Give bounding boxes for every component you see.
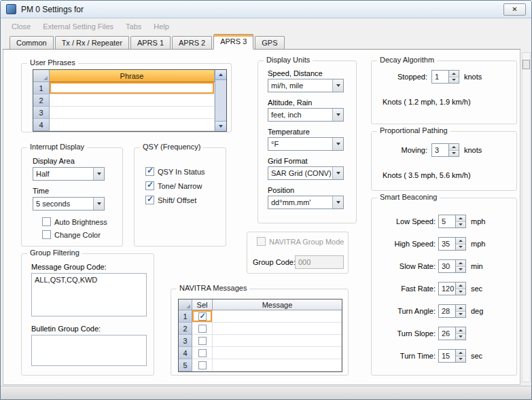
high-speed-spinner[interactable]: 35 (438, 237, 466, 251)
title-bar[interactable]: PM 0 Settings for ✕ (1, 1, 531, 18)
tab-aprs-1[interactable]: APRS 1 (130, 36, 171, 49)
time-select[interactable]: 5 seconds (33, 197, 105, 211)
fast-rate-spinner[interactable]: 120 (438, 282, 466, 295)
checkbox-icon[interactable] (198, 349, 207, 357)
auto-brightness-checkbox[interactable]: Auto Brightness (42, 217, 107, 226)
spinner-up-icon[interactable] (456, 305, 465, 311)
sel-column-header[interactable]: Sel (192, 299, 213, 310)
row-number[interactable]: 4 (33, 119, 50, 131)
spinner-value[interactable]: 28 (438, 304, 456, 318)
spinner-value[interactable]: 35 (438, 237, 456, 251)
message-cell[interactable] (213, 310, 342, 323)
checkbox-icon[interactable] (198, 325, 207, 333)
spinner-value[interactable]: 120 (438, 282, 456, 295)
turn-time-spinner[interactable]: 15 (438, 349, 466, 363)
scroll-track[interactable] (215, 80, 226, 121)
vertical-scrollbar[interactable] (522, 52, 531, 382)
spinner-up-icon[interactable] (456, 238, 465, 244)
qsy-in-status-checkbox[interactable]: QSY In Status (145, 167, 205, 176)
checkbox-icon[interactable] (198, 312, 207, 321)
spinner-value[interactable]: 5 (438, 215, 456, 228)
scroll-up-icon[interactable] (215, 70, 226, 80)
message-cell[interactable] (213, 347, 342, 359)
spinner-value[interactable]: 30 (438, 259, 456, 273)
shift-offset-checkbox[interactable]: Shift/ Offset (145, 196, 196, 204)
sel-checkbox-cell[interactable] (192, 359, 213, 371)
phrase-cell[interactable] (50, 82, 215, 94)
spinner-value[interactable]: 26 (438, 327, 456, 340)
row-number[interactable]: 3 (179, 335, 192, 347)
menu-item-external-setting-files[interactable]: External Setting Files (37, 19, 120, 35)
phrase-cell[interactable] (50, 119, 215, 131)
menu-item-tabs[interactable]: Tabs (120, 19, 147, 35)
message-cell[interactable] (213, 335, 342, 347)
sel-checkbox-cell[interactable] (192, 323, 213, 335)
phrase-cell[interactable] (50, 94, 215, 107)
sel-checkbox-cell[interactable] (192, 310, 213, 323)
bulletin-group-code-input[interactable] (31, 335, 147, 366)
message-column-header[interactable]: Message (213, 299, 342, 310)
temperature-select[interactable]: °F (268, 137, 344, 151)
row-number[interactable]: 1 (33, 82, 50, 94)
row-number[interactable]: 4 (179, 347, 192, 359)
table-select-all-corner[interactable] (179, 299, 192, 310)
display-area-select[interactable]: Half (33, 167, 105, 181)
row-number[interactable]: 1 (179, 310, 192, 323)
spinner-down-icon[interactable] (449, 150, 459, 157)
row-number[interactable]: 3 (33, 107, 50, 119)
checkbox-icon[interactable] (198, 361, 207, 369)
table-scrollbar[interactable] (215, 70, 226, 131)
spinner-down-icon[interactable] (456, 244, 465, 251)
checkbox-icon[interactable] (198, 337, 207, 345)
close-button[interactable]: ✕ (503, 3, 526, 16)
tab-tx-rx-repeater[interactable]: Tx / Rx / Repeater (55, 36, 129, 49)
stopped-spinner[interactable]: 1 (431, 70, 459, 84)
tone-narrow-checkbox[interactable]: Tone/ Narrow (145, 181, 202, 190)
spinner-down-icon[interactable] (449, 77, 459, 84)
spinner-up-icon[interactable] (456, 215, 465, 221)
slow-rate-spinner[interactable]: 30 (438, 259, 466, 273)
row-number[interactable]: 2 (33, 94, 50, 107)
spinner-up-icon[interactable] (456, 283, 465, 289)
spinner-down-icon[interactable] (456, 266, 465, 273)
tab-gps[interactable]: GPS (255, 36, 284, 49)
position-select[interactable]: dd°mm.mm' (268, 196, 344, 209)
moving-spinner[interactable]: 3 (431, 143, 459, 157)
spinner-value[interactable]: 15 (438, 349, 456, 363)
spinner-up-icon[interactable] (456, 327, 465, 333)
phrase-cell[interactable] (50, 107, 215, 119)
spinner-down-icon[interactable] (456, 333, 465, 340)
message-cell[interactable] (213, 359, 342, 371)
menu-item-help[interactable]: Help (147, 19, 175, 35)
turn-slope-spinner[interactable]: 26 (438, 327, 466, 340)
spinner-up-icon[interactable] (456, 350, 465, 356)
message-group-code-input[interactable]: ALL,QST,CQ,KWD (31, 273, 147, 316)
tab-aprs-2[interactable]: APRS 2 (172, 36, 212, 49)
spinner-value[interactable]: 3 (431, 143, 449, 157)
spinner-up-icon[interactable] (449, 144, 459, 150)
spinner-value[interactable]: 1 (431, 70, 449, 84)
change-color-checkbox[interactable]: Change Color (42, 230, 101, 239)
row-number[interactable]: 5 (179, 359, 192, 371)
spinner-down-icon[interactable] (456, 356, 465, 363)
sel-checkbox-cell[interactable] (192, 335, 213, 347)
tab-aprs-3[interactable]: APRS 3 (213, 34, 253, 50)
grid-format-select[interactable]: SAR Grid (CONV) (268, 166, 344, 180)
row-number[interactable]: 2 (179, 323, 192, 335)
spinner-down-icon[interactable] (456, 311, 465, 318)
low-speed-spinner[interactable]: 5 (438, 215, 466, 228)
spinner-down-icon[interactable] (456, 289, 465, 295)
speed-distance-select[interactable]: mi/h, mile (268, 79, 344, 92)
message-cell[interactable] (213, 323, 342, 335)
turn-angle-spinner[interactable]: 28 (438, 304, 466, 318)
altitude-rain-select[interactable]: feet, inch (268, 108, 344, 122)
scrollbar-thumb[interactable] (522, 60, 530, 69)
phrase-column-header[interactable]: Phrase (50, 70, 215, 82)
spinner-up-icon[interactable] (449, 71, 459, 77)
scroll-down-icon[interactable] (215, 121, 226, 131)
spinner-down-icon[interactable] (456, 221, 465, 228)
spinner-up-icon[interactable] (456, 260, 465, 266)
menu-item-close[interactable]: Close (5, 19, 37, 35)
sel-checkbox-cell[interactable] (192, 347, 213, 359)
table-select-all-corner[interactable] (33, 70, 50, 82)
